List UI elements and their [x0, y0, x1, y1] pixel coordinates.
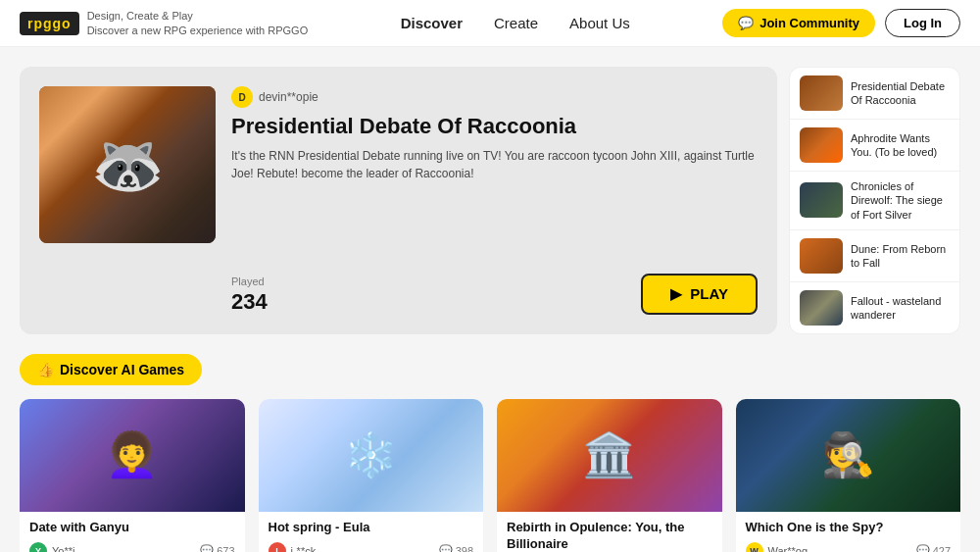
sidebar-thumb-0	[800, 75, 843, 111]
game-info-3: Which One is the Spy? W War**og 💬 427	[736, 512, 961, 552]
game-card-0[interactable]: 👩‍🦱 Date with Ganyu Y Yo**i 💬 673	[20, 399, 245, 552]
sidebar-item-title-0: Presidential Debate Of Raccoonia	[851, 79, 950, 108]
featured-info: D devin**opie Presidential Debate Of Rac…	[231, 86, 758, 315]
sidebar-item-title-2: Chronicles of Direwolf: The siege of For…	[851, 179, 950, 222]
game-thumb-inner-3: 🕵️	[736, 399, 961, 512]
discord-icon: 💬	[738, 16, 754, 30]
featured-image	[39, 86, 216, 243]
featured-title: Presidential Debate Of Raccoonia	[231, 114, 758, 139]
featured-card[interactable]: D devin**opie Presidential Debate Of Rac…	[20, 67, 777, 334]
game-author-1: I i-**ck	[269, 542, 317, 552]
game-author-3: W War**og	[746, 542, 808, 552]
nav-links: Discover Create About Us	[308, 15, 722, 31]
game-author-0: Y Yo**i	[29, 542, 74, 552]
game-title-3: Which One is the Spy?	[746, 520, 952, 536]
navbar-actions: 💬 Join Community Log In	[722, 9, 960, 37]
nav-create[interactable]: Create	[494, 15, 538, 31]
game-card-2[interactable]: 🏛️ Rebirth in Opulence: You, the Billion…	[497, 399, 722, 552]
featured-description: It's the RNN Presidential Debate running…	[231, 147, 758, 182]
game-info-2: Rebirth in Opulence: You, the Billionair…	[497, 512, 722, 552]
game-card-1[interactable]: ❄️ Hot spring - Eula I i-**ck 💬 398	[259, 399, 484, 552]
logo-area: rpggo Design, Create & Play Discover a n…	[20, 9, 308, 37]
game-thumb-inner-0: 👩‍🦱	[20, 399, 245, 512]
game-author-avatar-3: W	[746, 542, 763, 552]
game-thumb-1: ❄️	[259, 399, 484, 512]
discover-header: 👍 Discover AI Games	[20, 354, 960, 385]
game-author-avatar-1: I	[269, 542, 286, 552]
sidebar-item-4[interactable]: Fallout - wasteland wanderer	[790, 282, 959, 333]
join-community-button[interactable]: 💬 Join Community	[722, 9, 875, 37]
game-title-2: Rebirth in Opulence: You, the Billionair…	[507, 520, 712, 552]
game-thumb-0: 👩‍🦱	[20, 399, 245, 512]
game-meta-3: W War**og 💬 427	[746, 542, 952, 552]
game-info-1: Hot spring - Eula I i-**ck 💬 398	[259, 512, 484, 552]
sidebar-list: Presidential Debate Of Raccoonia Aphrodi…	[789, 67, 960, 334]
game-meta-1: I i-**ck 💬 398	[269, 542, 474, 552]
game-plays-1: 💬 398	[439, 544, 473, 552]
game-title-0: Date with Ganyu	[29, 520, 235, 536]
game-thumb-inner-2: 🏛️	[497, 399, 722, 512]
thumbs-up-icon: 👍	[37, 362, 54, 377]
played-count: 234	[231, 289, 268, 315]
play-button[interactable]: ▶ PLAY	[641, 274, 758, 315]
sidebar-thumb-2	[800, 182, 843, 218]
game-author-name-1: i-**ck	[291, 545, 317, 552]
sidebar-item-2[interactable]: Chronicles of Direwolf: The siege of For…	[790, 172, 959, 230]
game-info-0: Date with Ganyu Y Yo**i 💬 673	[20, 512, 245, 552]
sidebar-item-1[interactable]: Aphrodite Wants You. (To be loved)	[790, 120, 959, 172]
played-info: Played 234	[231, 276, 268, 315]
game-author-name-0: Yo**i	[52, 545, 74, 552]
sidebar-item-3[interactable]: Dune: From Reborn to Fall	[790, 230, 959, 282]
sidebar-item-title-3: Dune: From Reborn to Fall	[851, 242, 950, 271]
author-name: devin**opie	[259, 90, 318, 104]
login-button[interactable]: Log In	[885, 9, 960, 37]
sidebar-item-0[interactable]: Presidential Debate Of Raccoonia	[790, 68, 959, 120]
author-avatar: D	[231, 86, 253, 108]
sidebar-item-title-4: Fallout - wasteland wanderer	[851, 294, 950, 323]
sidebar-item-title-1: Aphrodite Wants You. (To be loved)	[851, 131, 950, 160]
game-thumb-inner-1: ❄️	[259, 399, 484, 512]
sidebar-thumb-1	[800, 127, 843, 163]
game-meta-0: Y Yo**i 💬 673	[29, 542, 235, 552]
featured-bottom: Played 234 ▶ PLAY	[231, 274, 758, 315]
featured-author: D devin**opie	[231, 86, 758, 108]
featured-image-inner	[39, 86, 216, 243]
plays-icon-0: 💬	[200, 544, 214, 552]
game-grid: 👩‍🦱 Date with Ganyu Y Yo**i 💬 673	[20, 399, 960, 552]
game-thumb-2: 🏛️	[497, 399, 722, 512]
game-card-3[interactable]: 🕵️ Which One is the Spy? W War**og 💬 427	[736, 399, 961, 552]
logo-tagline: Design, Create & Play Discover a new RPG…	[87, 9, 309, 37]
navbar: rpggo Design, Create & Play Discover a n…	[0, 0, 980, 47]
nav-about[interactable]: About Us	[569, 15, 630, 31]
played-label: Played	[231, 276, 268, 287]
game-title-1: Hot spring - Eula	[269, 520, 474, 536]
plays-icon-3: 💬	[916, 544, 930, 552]
game-thumb-3: 🕵️	[736, 399, 961, 512]
nav-discover[interactable]: Discover	[401, 15, 463, 31]
sidebar-thumb-4	[800, 290, 843, 326]
sidebar-thumb-3	[800, 238, 843, 274]
featured-section: D devin**opie Presidential Debate Of Rac…	[20, 67, 960, 334]
game-author-name-3: War**og	[768, 545, 808, 552]
discover-ai-games-button[interactable]: 👍 Discover AI Games	[20, 354, 202, 385]
game-plays-3: 💬 427	[916, 544, 951, 552]
main-content: D devin**opie Presidential Debate Of Rac…	[0, 47, 980, 552]
game-author-avatar-0: Y	[29, 542, 47, 552]
plays-icon-1: 💬	[439, 544, 453, 552]
play-icon: ▶	[670, 285, 682, 303]
logo-icon: rpggo	[20, 12, 79, 35]
game-plays-0: 💬 673	[200, 544, 234, 552]
